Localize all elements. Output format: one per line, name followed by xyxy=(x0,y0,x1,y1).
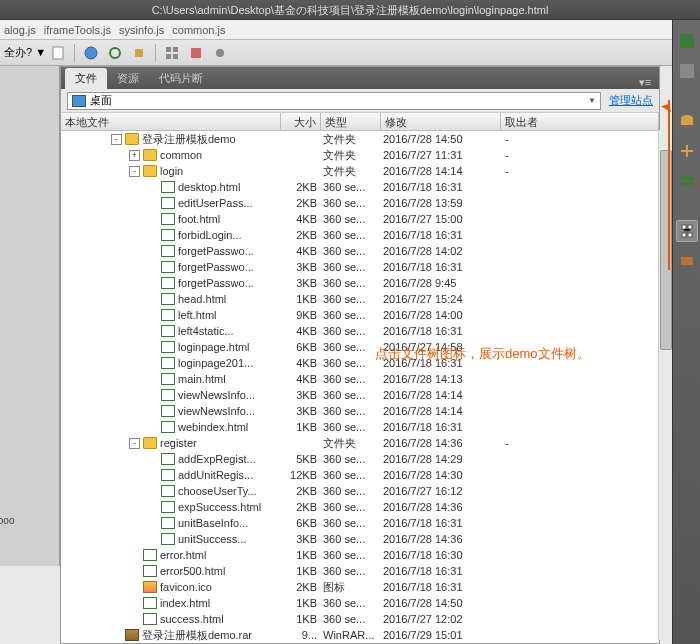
html-icon xyxy=(161,293,175,305)
file-type: 文件夹 xyxy=(321,436,381,451)
header-size[interactable]: 大小 xyxy=(281,113,321,130)
tree-row[interactable]: expSuccess.html2KB360 se...2016/7/28 14:… xyxy=(61,499,659,515)
tree-row[interactable]: index.html1KB360 se...2016/7/28 14:50 xyxy=(61,595,659,611)
open-file-tab[interactable]: iframeTools.js xyxy=(44,24,111,36)
rar-icon xyxy=(125,629,139,641)
file-size: 1KB xyxy=(281,549,321,561)
header-type[interactable]: 类型 xyxy=(321,113,381,130)
tree-row[interactable]: error500.html1KB360 se...2016/7/18 16:31 xyxy=(61,563,659,579)
tree-row[interactable]: unitSuccess...3KB360 se...2016/7/28 14:3… xyxy=(61,531,659,547)
collapse-icon[interactable]: - xyxy=(129,166,140,177)
ap-panel-icon[interactable] xyxy=(676,60,698,82)
server-panel-icon[interactable] xyxy=(676,170,698,192)
folder-open-icon xyxy=(125,133,139,145)
tree-row[interactable]: -login文件夹2016/7/28 14:14- xyxy=(61,163,659,179)
tool-icon[interactable] xyxy=(129,43,149,63)
tree-row[interactable]: viewNewsInfo...3KB360 se...2016/7/28 14:… xyxy=(61,403,659,419)
twisty-spacer xyxy=(147,262,158,273)
css-panel-icon[interactable] xyxy=(676,30,698,52)
tree-row[interactable]: foot.html4KB360 se...2016/7/27 15:00 xyxy=(61,211,659,227)
header-modified[interactable]: 修改 xyxy=(381,113,501,130)
files-panel-icon[interactable] xyxy=(676,220,698,242)
tree-row[interactable]: addUnitRegis...12KB360 se...2016/7/28 14… xyxy=(61,467,659,483)
tree-row[interactable]: viewNewsInfo...3KB360 se...2016/7/28 14:… xyxy=(61,387,659,403)
tree-row[interactable]: forgetPasswo...3KB360 se...2016/7/18 16:… xyxy=(61,259,659,275)
disk-icon xyxy=(72,95,86,107)
bindings-panel-icon[interactable] xyxy=(676,140,698,162)
tree-row[interactable]: loginpage.html6KB360 se...2016/7/27 14:5… xyxy=(61,339,659,355)
twisty-spacer xyxy=(129,598,140,609)
twisty-spacer xyxy=(129,566,140,577)
file-type: 360 se... xyxy=(321,421,381,433)
tree-row[interactable]: -登录注册模板demo文件夹2016/7/28 14:50- xyxy=(61,131,659,147)
tree-row[interactable]: +common文件夹2016/7/27 11:31- xyxy=(61,147,659,163)
tree-row[interactable]: forbidLogin...2KB360 se...2016/7/18 16:3… xyxy=(61,227,659,243)
svg-rect-4 xyxy=(166,47,171,52)
db-panel-icon[interactable] xyxy=(676,110,698,132)
tree-row[interactable]: forgetPasswo...3KB360 se...2016/7/28 9:4… xyxy=(61,275,659,291)
tree-row[interactable]: addExpRegist...5KB360 se...2016/7/28 14:… xyxy=(61,451,659,467)
file-tree[interactable]: -登录注册模板demo文件夹2016/7/28 14:50-+common文件夹… xyxy=(61,131,659,643)
file-modified: 2016/7/28 14:36 xyxy=(381,437,501,449)
tab-files[interactable]: 文件 xyxy=(65,68,107,89)
open-file-tab[interactable]: sysinfo.js xyxy=(119,24,164,36)
tree-row[interactable]: chooseUserTy...2KB360 se...2016/7/27 16:… xyxy=(61,483,659,499)
twisty-spacer xyxy=(147,374,158,385)
scrollbar-thumb[interactable] xyxy=(660,150,672,350)
file-size: 3KB xyxy=(281,261,321,273)
tree-row[interactable]: -register文件夹2016/7/28 14:36- xyxy=(61,435,659,451)
file-size: 3KB xyxy=(281,405,321,417)
open-file-tab[interactable]: common.js xyxy=(172,24,225,36)
panel-menu-icon[interactable]: ▾≡ xyxy=(637,76,653,89)
main-toolbar: 全办? ▼ xyxy=(0,40,700,66)
header-checkout[interactable]: 取出者 xyxy=(501,113,659,130)
twisty-spacer xyxy=(147,422,158,433)
tree-row[interactable]: forgetPasswo...4KB360 se...2016/7/28 14:… xyxy=(61,243,659,259)
manage-site-link[interactable]: 管理站点 xyxy=(609,93,653,108)
file-size: 4KB xyxy=(281,357,321,369)
file-name: viewNewsInfo... xyxy=(178,389,255,401)
window-titlebar: C:\Users\admin\Desktop\基金の科技项目\登录注册模板dem… xyxy=(0,0,700,20)
file-type: 360 se... xyxy=(321,453,381,465)
tree-row[interactable]: left.html9KB360 se...2016/7/28 14:00 xyxy=(61,307,659,323)
tree-row[interactable]: error.html1KB360 se...2016/7/18 16:30 xyxy=(61,547,659,563)
tree-row[interactable]: success.html1KB360 se...2016/7/27 12:02 xyxy=(61,611,659,627)
tree-row[interactable]: favicon.ico2KB图标2016/7/18 16:31 xyxy=(61,579,659,595)
tree-row[interactable]: editUserPass...2KB360 se...2016/7/28 13:… xyxy=(61,195,659,211)
file-type: 360 se... xyxy=(321,405,381,417)
tree-row[interactable]: left4static...4KB360 se...2016/7/18 16:3… xyxy=(61,323,659,339)
assets-panel-icon[interactable] xyxy=(676,250,698,272)
svg-rect-20 xyxy=(681,257,693,265)
tab-snippets[interactable]: 代码片断 xyxy=(149,68,213,89)
collapse-icon[interactable]: - xyxy=(129,438,140,449)
tree-row[interactable]: unitBaseInfo...6KB360 se...2016/7/18 16:… xyxy=(61,515,659,531)
tree-row[interactable]: loginpage201...4KB360 se...2016/7/18 16:… xyxy=(61,355,659,371)
tree-row[interactable]: head.html1KB360 se...2016/7/27 15:24 xyxy=(61,291,659,307)
folder-open-icon xyxy=(143,165,157,177)
svg-rect-6 xyxy=(166,54,171,59)
book-icon[interactable] xyxy=(186,43,206,63)
cog-icon[interactable] xyxy=(210,43,230,63)
twisty-spacer xyxy=(147,470,158,481)
collapse-icon[interactable]: - xyxy=(111,134,122,145)
expand-icon[interactable]: + xyxy=(129,150,140,161)
header-name[interactable]: 本地文件 xyxy=(61,113,281,130)
html-icon xyxy=(143,565,157,577)
tree-row[interactable]: webindex.html1KB360 se...2016/7/18 16:31 xyxy=(61,419,659,435)
vertical-scrollbar[interactable] xyxy=(658,130,672,640)
grid-icon[interactable] xyxy=(162,43,182,63)
doc-icon[interactable] xyxy=(48,43,68,63)
tree-row[interactable]: main.html4KB360 se...2016/7/28 14:13 xyxy=(61,371,659,387)
tree-row[interactable]: desktop.html2KB360 se...2016/7/18 16:31 xyxy=(61,179,659,195)
location-dropdown[interactable]: 桌面 ▼ xyxy=(67,92,601,110)
globe-icon[interactable] xyxy=(81,43,101,63)
file-modified: 2016/7/18 16:31 xyxy=(381,261,501,273)
sync-icon[interactable] xyxy=(105,43,125,63)
file-type: 360 se... xyxy=(321,389,381,401)
twisty-spacer xyxy=(147,310,158,321)
file-modified: 2016/7/28 14:14 xyxy=(381,405,501,417)
open-file-tab[interactable]: alog.js xyxy=(4,24,36,36)
file-modified: 2016/7/18 16:31 xyxy=(381,517,501,529)
tree-row[interactable]: 登录注册模板demo.rar9...WinRAR...2016/7/29 15:… xyxy=(61,627,659,643)
tab-resources[interactable]: 资源 xyxy=(107,68,149,89)
